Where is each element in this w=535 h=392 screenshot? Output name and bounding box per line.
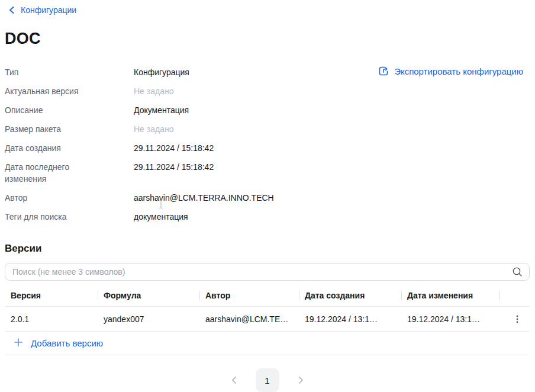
field-label: Дата последнего изменения [5,161,134,185]
field-label: Тип [5,66,134,78]
field-label: Автор [5,192,134,204]
add-version-label: Добавить версию [31,338,103,348]
versions-search-input[interactable] [5,263,530,281]
back-link-label: Конфигурации [21,5,76,15]
back-link-configurations[interactable]: Конфигурации [8,5,76,15]
page-title: DOC [5,30,530,48]
field-value: aarshavin@LCM.TERRA.INNO.TECH [134,192,274,204]
versions-search [5,263,530,281]
field-row-author: Автор aarshavin@LCM.TERRA.INNO.TECH [5,192,360,204]
chevron-left-icon [8,6,15,14]
add-version-button[interactable]: Добавить версию [5,332,530,355]
field-row-type: Тип Конфигурация [5,66,360,78]
pagination-page-1[interactable]: 1 [256,368,279,392]
field-value: Не задано [134,123,173,135]
column-header-author: Автор [199,284,299,306]
field-value: Не задано [134,85,173,97]
field-label: Размер пакета [5,123,134,135]
row-actions-kebab-button[interactable] [509,312,526,326]
column-header-created: Дата создания [299,284,401,306]
pagination: 1 [5,368,530,392]
cell-created: 19.12.2024 / 13:1… [299,314,401,324]
text-cursor-pointer [158,199,164,211]
export-button-label: Экспортировать конфигурацию [394,66,523,76]
table-row[interactable]: 2.0.1 yandex007 aarshavin@LCM.TE… 19.12.… [5,307,530,332]
export-configuration-button[interactable]: Экспортировать конфигурацию [378,65,523,77]
field-row-package-size: Размер пакета Не задано [5,123,360,135]
column-header-actions [499,284,530,306]
cell-version: 2.0.1 [5,314,98,324]
versions-heading: Версии [5,243,530,255]
column-header-version: Версия [5,284,98,306]
field-value: 29.11.2024 / 15:18:42 [134,142,214,154]
field-row-created-date: Дата создания 29.11.2024 / 15:18:42 [5,142,360,154]
field-value: Конфигурация [134,66,189,78]
plus-icon [14,338,23,349]
field-value: 29.11.2024 / 15:18:42 [134,161,214,173]
cell-modified: 19.12.2024 / 13:1… [401,314,499,324]
field-label: Дата создания [5,142,134,154]
cell-author: aarshavin@LCM.TE… [199,314,299,324]
versions-table: Версия Формула Автор Дата создания Дата … [5,284,530,355]
search-icon[interactable] [512,266,523,279]
field-row-description: Описание Документация [5,104,360,116]
configuration-detail-page: Конфигурации DOC Экспортировать конфигур… [0,0,535,392]
field-label: Актуальная версия [5,85,134,97]
export-icon [378,65,389,77]
field-row-actual-version: Актуальная версия Не задано [5,85,360,97]
field-row-search-tags: Теги для поиска документация [5,211,360,223]
table-header-row: Версия Формула Автор Дата создания Дата … [5,284,530,307]
cell-formula: yandex007 [98,314,199,324]
column-header-modified: Дата изменения [401,284,499,306]
field-label: Теги для поиска [5,211,134,223]
field-label: Описание [5,104,134,116]
field-row-modified-date: Дата последнего изменения 29.11.2024 / 1… [5,161,360,185]
field-value: Документация [134,104,189,116]
pagination-prev-button[interactable] [227,373,241,387]
field-value: документация [134,211,188,223]
configuration-details: Тип Конфигурация Актуальная версия Не за… [5,66,360,223]
column-header-formula: Формула [98,284,199,306]
pagination-next-button[interactable] [294,373,308,387]
